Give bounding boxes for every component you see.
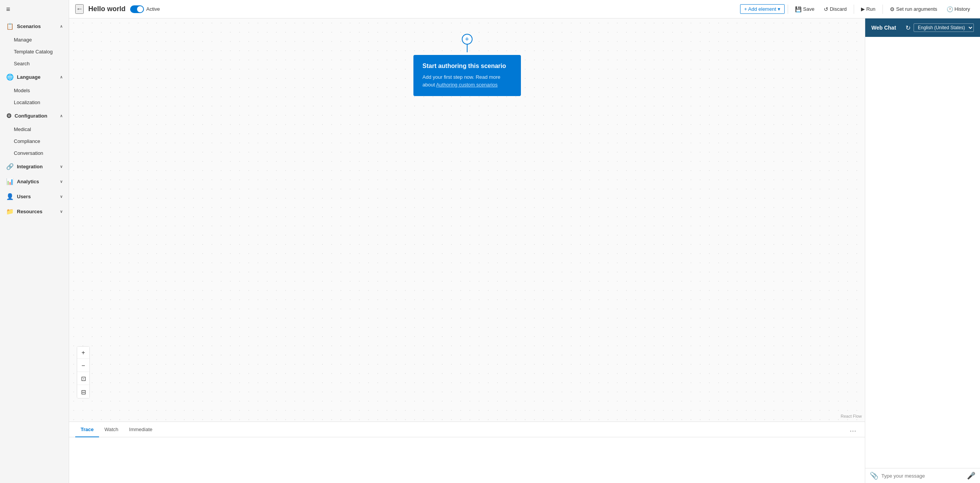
- page-title: Hello world: [88, 5, 126, 13]
- debug-tabs: Trace Watch Immediate …: [69, 422, 865, 437]
- sidebar: ≡ 📋 Scenarios ∧ Manage Template Catalog …: [0, 0, 69, 483]
- sidebar-section-label-resources: Resources: [17, 209, 42, 214]
- add-node-line: [467, 45, 468, 52]
- tab-watch[interactable]: Watch: [99, 422, 124, 437]
- topbar-actions: + Add element ▾ 💾 Save ↺ Discard ▶ Run ⚙…: [740, 4, 974, 14]
- scenario-card-title: Start authoring this scenario: [423, 63, 512, 70]
- active-label: Active: [146, 6, 160, 12]
- run-icon: ▶: [861, 6, 865, 12]
- language-icon: 🌐: [6, 73, 14, 81]
- sidebar-item-search[interactable]: Search: [0, 58, 69, 70]
- zoom-in-button[interactable]: +: [77, 347, 89, 359]
- history-button[interactable]: 🕐 History: [943, 5, 974, 14]
- sidebar-item-template-catalog[interactable]: Template Catalog: [0, 46, 69, 58]
- canvas-container: + Start authoring this scenario Add your…: [69, 18, 865, 483]
- chevron-language: ∧: [60, 75, 63, 79]
- sidebar-item-localization[interactable]: Localization: [0, 96, 69, 108]
- scenario-card: Start authoring this scenario Add your f…: [413, 55, 521, 96]
- sidebar-section-scenarios: 📋 Scenarios ∧ Manage Template Catalog Se…: [0, 19, 69, 70]
- main-area: ← Hello world Active + Add element ▾ 💾 S…: [69, 0, 980, 483]
- sidebar-section-header-resources[interactable]: 📁 Resources ∨: [0, 204, 69, 219]
- sidebar-section-language: 🌐 Language ∧ Models Localization: [0, 70, 69, 108]
- chevron-resources: ∨: [60, 209, 63, 214]
- sidebar-section-label-scenarios: Scenarios: [17, 23, 41, 29]
- webchat-input-area: 📎 🎤: [865, 468, 980, 483]
- discard-button[interactable]: ↺ Discard: [820, 5, 851, 14]
- add-element-button[interactable]: + Add element ▾: [740, 4, 785, 14]
- add-node: +: [462, 34, 473, 52]
- debug-panel: Trace Watch Immediate …: [69, 422, 865, 483]
- topbar-separator-3: [882, 5, 883, 14]
- minimap-button[interactable]: ⊟: [77, 386, 89, 398]
- chevron-integration: ∨: [60, 164, 63, 169]
- back-button[interactable]: ←: [75, 4, 84, 14]
- zoom-out-button[interactable]: −: [77, 360, 89, 372]
- sidebar-item-models[interactable]: Models: [0, 85, 69, 96]
- hamburger-icon[interactable]: ≡: [0, 0, 69, 19]
- debug-content: [69, 437, 865, 483]
- active-toggle-container: Active: [130, 5, 160, 13]
- users-icon: 👤: [6, 193, 14, 200]
- webchat-title: Web Chat: [871, 25, 896, 31]
- webchat-message-input[interactable]: [881, 473, 964, 479]
- add-element-chevron: ▾: [778, 6, 780, 12]
- active-toggle[interactable]: [130, 5, 144, 13]
- sidebar-section-label-integration: Integration: [17, 164, 43, 169]
- history-label: History: [955, 6, 970, 12]
- save-icon: 💾: [795, 6, 802, 12]
- set-run-args-icon: ⚙: [890, 6, 895, 12]
- webchat-refresh-button[interactable]: ↻: [906, 24, 911, 32]
- sidebar-section-configuration: ⚙ Configuration ∧ Medical Compliance Con…: [0, 108, 69, 159]
- tab-trace[interactable]: Trace: [75, 422, 99, 437]
- sidebar-section-header-scenarios[interactable]: 📋 Scenarios ∧: [0, 19, 69, 34]
- sidebar-item-conversation[interactable]: Conversation: [0, 147, 69, 159]
- run-label: Run: [866, 6, 876, 12]
- set-run-args-button[interactable]: ⚙ Set run arguments: [886, 5, 941, 14]
- canvas-area[interactable]: + Start authoring this scenario Add your…: [69, 18, 865, 422]
- sidebar-item-compliance[interactable]: Compliance: [0, 135, 69, 147]
- webchat-attach-icon[interactable]: 📎: [870, 471, 878, 480]
- topbar: ← Hello world Active + Add element ▾ 💾 S…: [69, 0, 980, 18]
- sidebar-section-label-configuration: Configuration: [15, 113, 47, 119]
- canvas-controls: + − ⊡ ⊟: [77, 346, 90, 398]
- sidebar-section-header-integration[interactable]: 🔗 Integration ∨: [0, 159, 69, 174]
- sidebar-item-manage[interactable]: Manage: [0, 34, 69, 46]
- sidebar-item-medical[interactable]: Medical: [0, 123, 69, 135]
- add-node-button[interactable]: +: [462, 34, 473, 45]
- sidebar-section-header-language[interactable]: 🌐 Language ∧: [0, 70, 69, 85]
- chevron-configuration: ∧: [60, 114, 63, 118]
- sidebar-section-resources: 📁 Resources ∨: [0, 204, 69, 219]
- chevron-scenarios: ∧: [60, 24, 63, 28]
- analytics-icon: 📊: [6, 178, 14, 185]
- sidebar-section-header-analytics[interactable]: 📊 Analytics ∨: [0, 174, 69, 189]
- topbar-separator-1: [788, 5, 788, 14]
- tab-immediate[interactable]: Immediate: [124, 422, 158, 437]
- webchat-language-select[interactable]: English (United States): [914, 23, 974, 32]
- save-button[interactable]: 💾 Save: [791, 5, 818, 14]
- debug-more-button[interactable]: …: [847, 425, 859, 433]
- toggle-knob: [137, 6, 143, 12]
- fit-view-button[interactable]: ⊡: [77, 373, 89, 385]
- sidebar-section-analytics: 📊 Analytics ∨: [0, 174, 69, 189]
- webchat-mic-icon[interactable]: 🎤: [967, 471, 975, 480]
- discard-icon: ↺: [824, 6, 828, 12]
- sidebar-section-header-users[interactable]: 👤 Users ∨: [0, 189, 69, 204]
- webchat-body: [865, 37, 980, 468]
- scenario-card-link[interactable]: Authoring custom scenarios: [436, 82, 497, 88]
- webchat-header: Web Chat ↻ English (United States): [865, 18, 980, 37]
- add-element-label: + Add element: [744, 6, 776, 12]
- sidebar-section-label-users: Users: [17, 194, 31, 199]
- chevron-users: ∨: [60, 194, 63, 199]
- sidebar-section-label-language: Language: [17, 74, 40, 80]
- react-flow-label: React Flow: [841, 414, 862, 418]
- sidebar-section-header-configuration[interactable]: ⚙ Configuration ∧: [0, 108, 69, 123]
- scenario-card-description: Add your first step now. Read more about…: [423, 73, 512, 88]
- save-label: Save: [803, 6, 815, 12]
- webchat-header-right: ↻ English (United States): [906, 23, 974, 32]
- sidebar-section-users: 👤 Users ∨: [0, 189, 69, 204]
- set-run-args-label: Set run arguments: [896, 6, 937, 12]
- webchat-panel: Web Chat ↻ English (United States) 📎 🎤: [865, 18, 980, 483]
- sidebar-section-integration: 🔗 Integration ∨: [0, 159, 69, 174]
- run-button[interactable]: ▶ Run: [857, 5, 879, 13]
- resources-icon: 📁: [6, 208, 14, 215]
